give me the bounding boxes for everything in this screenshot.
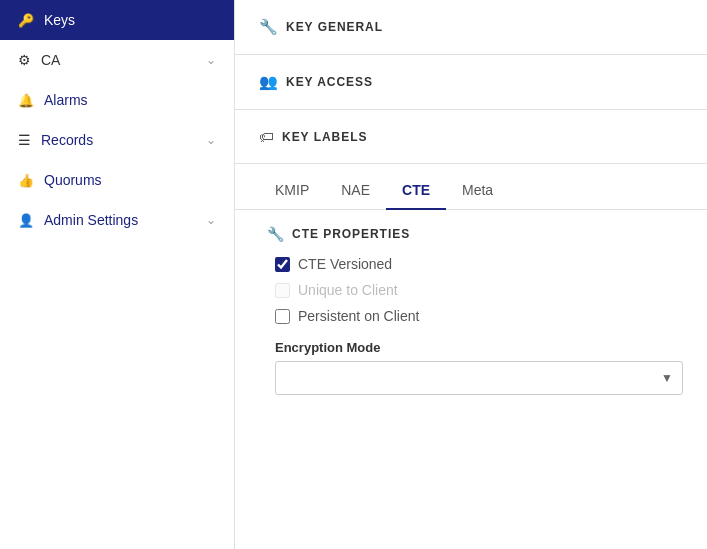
person-icon (18, 213, 34, 228)
sidebar-item-records[interactable]: Records ⌄ (0, 120, 234, 160)
cte-wrench-icon: 🔧 (267, 226, 284, 242)
key-general-section[interactable]: 🔧 KEY GENERAL (235, 0, 707, 55)
key-general-title: KEY GENERAL (286, 20, 383, 34)
sidebar-item-keys[interactable]: Keys (0, 0, 234, 40)
key-labels-title: KEY LABELS (282, 130, 367, 144)
sidebar-item-admin-settings[interactable]: Admin Settings ⌄ (0, 200, 234, 240)
key-icon (18, 13, 34, 28)
main-content: 🔧 KEY GENERAL 👥 KEY ACCESS 🏷 KEY LABELS … (235, 0, 707, 549)
sidebar-item-label: Quorums (44, 172, 216, 188)
cte-section-title: CTE PROPERTIES (292, 227, 410, 241)
sidebar: Keys CA ⌄ Alarms Records ⌄ Quorums Admin… (0, 0, 235, 549)
tag-icon: 🏷 (259, 128, 274, 145)
bell-icon (18, 93, 34, 108)
sidebar-item-quorums[interactable]: Quorums (0, 160, 234, 200)
persistent-on-client-row: Persistent on Client (275, 308, 683, 324)
key-labels-section[interactable]: 🏷 KEY LABELS (235, 110, 707, 164)
encryption-mode-wrapper: CBC XTS ECB CTR ▼ (275, 361, 683, 395)
persistent-on-client-checkbox[interactable] (275, 309, 290, 324)
encryption-mode-label: Encryption Mode (275, 340, 683, 355)
cte-versioned-row: CTE Versioned (275, 256, 683, 272)
cte-versioned-label[interactable]: CTE Versioned (298, 256, 392, 272)
unique-to-client-row: Unique to Client (275, 282, 683, 298)
unique-to-client-label[interactable]: Unique to Client (298, 282, 398, 298)
chevron-down-icon: ⌄ (206, 133, 216, 147)
sidebar-item-alarms[interactable]: Alarms (0, 80, 234, 120)
tab-nae[interactable]: NAE (325, 172, 386, 210)
chevron-down-icon: ⌄ (206, 53, 216, 67)
tab-kmip[interactable]: KMIP (259, 172, 325, 210)
sidebar-item-label: Keys (44, 12, 216, 28)
tab-cte[interactable]: CTE (386, 172, 446, 210)
thumb-icon (18, 173, 34, 188)
sidebar-item-ca[interactable]: CA ⌄ (0, 40, 234, 80)
list-icon (18, 132, 31, 148)
cte-content: 🔧 CTE PROPERTIES CTE Versioned Unique to… (235, 210, 707, 411)
people-icon: 👥 (259, 73, 278, 91)
chevron-down-icon: ⌄ (206, 213, 216, 227)
key-access-section[interactable]: 👥 KEY ACCESS (235, 55, 707, 110)
persistent-on-client-label[interactable]: Persistent on Client (298, 308, 419, 324)
cte-properties-header: 🔧 CTE PROPERTIES (267, 226, 683, 242)
sidebar-item-label: CA (41, 52, 206, 68)
sidebar-item-label: Alarms (44, 92, 216, 108)
sidebar-item-label: Records (41, 132, 206, 148)
wrench-icon: 🔧 (259, 18, 278, 36)
encryption-mode-select[interactable]: CBC XTS ECB CTR (275, 361, 683, 395)
unique-to-client-checkbox[interactable] (275, 283, 290, 298)
key-access-title: KEY ACCESS (286, 75, 373, 89)
sidebar-item-label: Admin Settings (44, 212, 206, 228)
tabs-bar: KMIP NAE CTE Meta (235, 172, 707, 210)
cte-versioned-checkbox[interactable] (275, 257, 290, 272)
gear-icon (18, 52, 31, 68)
tab-meta[interactable]: Meta (446, 172, 509, 210)
cte-checkboxes: CTE Versioned Unique to Client Persisten… (275, 256, 683, 324)
